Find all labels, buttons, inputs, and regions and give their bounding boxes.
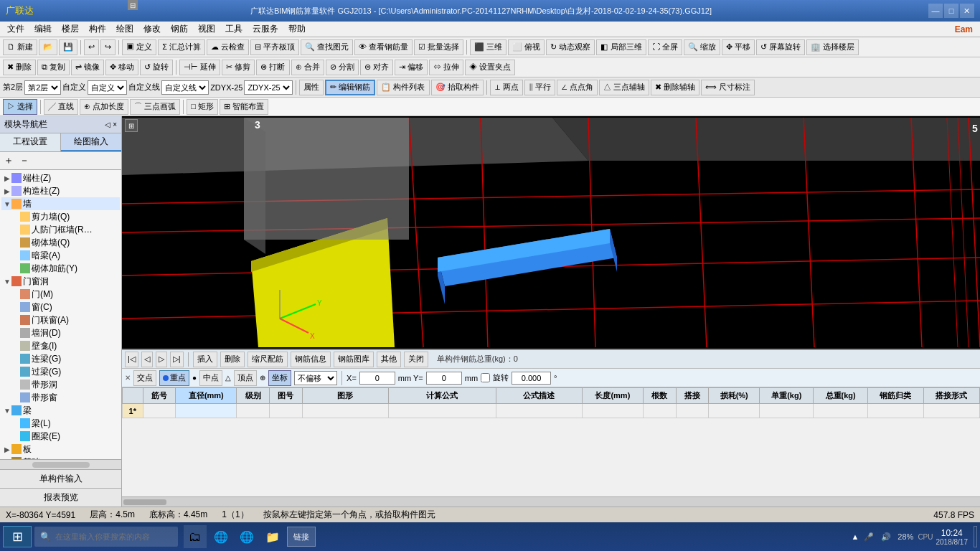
- x-input[interactable]: [359, 372, 395, 385]
- rotate-checkbox[interactable]: [481, 373, 490, 382]
- cell-shape[interactable]: [302, 404, 388, 418]
- btn-copy[interactable]: ⧉ 复制: [37, 60, 70, 75]
- btn-pan[interactable]: ✥ 平移: [722, 39, 755, 55]
- show-desktop-btn[interactable]: [974, 526, 977, 547]
- cell-count[interactable]: [644, 404, 677, 418]
- tree-item-structcol[interactable]: ▶ 构造柱(Z): [1, 184, 120, 197]
- btn-sum[interactable]: Σ 汇总计算: [158, 39, 205, 55]
- btn-point-length[interactable]: ⊕ 点加长度: [80, 99, 128, 115]
- tree-item-lintel[interactable]: 过梁(G): [1, 365, 120, 378]
- floor-select[interactable]: 第2层: [24, 80, 61, 95]
- menu-modify[interactable]: 修改: [139, 22, 165, 37]
- tree-item-doorwindow[interactable]: ▼ 门窗洞: [1, 275, 120, 288]
- btn-save[interactable]: 💾: [59, 39, 77, 55]
- btn-screen-rotate[interactable]: ↺ 屏幕旋转: [756, 39, 805, 55]
- tree-item-doorwindow2[interactable]: 门联窗(A): [1, 314, 120, 326]
- menu-draw[interactable]: 绘图: [112, 22, 138, 37]
- btn-local-3d[interactable]: ◧ 局部三维: [596, 39, 646, 55]
- rotate-input[interactable]: [512, 372, 551, 385]
- nav-toggle[interactable]: ◁ ×: [105, 121, 117, 128]
- tree-item-wall[interactable]: ▼ 墙: [1, 197, 120, 210]
- btn-level-top[interactable]: ⊟ 平齐板顶: [250, 39, 299, 55]
- cell-figno[interactable]: [270, 404, 303, 418]
- btn-nav-first[interactable]: |◁: [125, 352, 138, 367]
- btn-align[interactable]: ⊜ 对齐: [360, 60, 393, 75]
- minimize-button[interactable]: —: [928, 4, 943, 18]
- snap-coord[interactable]: 坐标: [268, 370, 291, 386]
- taskbar-item-lianjie[interactable]: 链接: [287, 527, 316, 547]
- btn-stretch[interactable]: ⇔ 拉伸: [429, 60, 463, 75]
- btn-del-aux[interactable]: ✖ 删除辅轴: [651, 80, 699, 95]
- btn-nav-last[interactable]: ▷|: [170, 352, 184, 367]
- tree-item-wallhole[interactable]: 墙洞(D): [1, 326, 120, 339]
- code-select[interactable]: ZDYX-25: [244, 80, 293, 95]
- menu-floor[interactable]: 楼层: [57, 22, 83, 37]
- taskbar-search[interactable]: 🔍: [34, 527, 178, 547]
- btn-view-rebar[interactable]: 👁 查看钢筋量: [354, 39, 413, 55]
- btn-two-point[interactable]: ⊥ 两点: [490, 80, 523, 95]
- tree-item-beaml[interactable]: 梁(L): [1, 417, 120, 430]
- line-type-select[interactable]: 自定义线: [161, 80, 209, 95]
- tree-item-masonrywall[interactable]: 砌体墙(Q): [1, 236, 120, 249]
- cell-lap[interactable]: [676, 404, 709, 418]
- panel-collapse-icon[interactable]: ⊟: [128, 0, 138, 10]
- nav-add-icon[interactable]: ＋: [1, 154, 16, 168]
- btn-select-floor[interactable]: 🏢 选择楼层: [806, 39, 859, 55]
- btn-point-angle[interactable]: ∠ 点点角: [557, 80, 598, 95]
- btn-pick-comp[interactable]: 🎯 抬取构件: [431, 80, 484, 95]
- cell-desc[interactable]: [496, 404, 582, 418]
- menu-eam[interactable]: Eam: [951, 23, 977, 36]
- btn-nav-prev[interactable]: ◁: [141, 352, 153, 367]
- cell-barno[interactable]: [143, 404, 176, 418]
- tree-item-ringbeam[interactable]: 圈梁(E): [1, 430, 120, 443]
- tree-item-striphole[interactable]: 带形洞: [1, 378, 120, 391]
- y-input[interactable]: [426, 372, 462, 385]
- btn-dynamic[interactable]: ↻ 动态观察: [546, 39, 595, 55]
- menu-cloud[interactable]: 云服务: [248, 22, 283, 37]
- cell-length[interactable]: [582, 404, 643, 418]
- btn-move[interactable]: ✥ 移动: [105, 60, 138, 75]
- cell-type[interactable]: [867, 404, 923, 418]
- cell-lap-type[interactable]: [923, 404, 979, 418]
- menu-rebar[interactable]: 钢筋: [166, 22, 192, 37]
- taskbar-icon-app1[interactable]: 📁: [261, 525, 284, 548]
- btn-select[interactable]: ▷ 选择: [3, 99, 37, 115]
- taskbar-keyboard-icon[interactable]: 🎤: [862, 532, 876, 542]
- btn-undo[interactable]: ↩: [84, 39, 99, 55]
- comp-type-select[interactable]: 自定义: [88, 80, 127, 95]
- btn-define[interactable]: ▣ 定义: [122, 39, 156, 55]
- btn-delete[interactable]: ✖ 删除: [3, 60, 36, 75]
- tree-item-darkbeam[interactable]: 暗梁(A): [1, 249, 120, 262]
- btn-rotate[interactable]: ↺ 旋转: [140, 60, 173, 75]
- btn-fullscreen[interactable]: ⛶ 全屏: [648, 39, 682, 55]
- tree-item-beam[interactable]: ▼ 梁: [1, 404, 120, 417]
- btn-split[interactable]: ⊘ 分割: [326, 60, 359, 75]
- tree-item-slab[interactable]: ▶ 板: [1, 443, 120, 456]
- btn-other[interactable]: 其他: [377, 352, 401, 367]
- canvas-expand-icon[interactable]: ⊞: [125, 119, 138, 132]
- cell-unit-w[interactable]: [760, 404, 814, 418]
- start-button[interactable]: ⊞: [3, 526, 32, 547]
- tree-item-endcol[interactable]: ▶ 端柱(Z): [1, 171, 120, 184]
- taskbar-hide-icons[interactable]: ▲: [851, 532, 859, 541]
- close-button[interactable]: ✕: [960, 4, 974, 18]
- taskbar-search-input[interactable]: [55, 532, 163, 541]
- btn-smart-place[interactable]: ⊞ 智能布置: [220, 99, 268, 115]
- btn-set-grip[interactable]: ◈ 设置夹点: [465, 60, 515, 75]
- taskbar-icon-edge[interactable]: 🌐: [235, 525, 258, 548]
- btn-cloud-check[interactable]: ☁ 云检查: [207, 39, 249, 55]
- menu-file[interactable]: 文件: [3, 22, 29, 37]
- btn-find-elem[interactable]: 🔍 查找图元: [301, 39, 353, 55]
- btn-offset[interactable]: ⇥ 偏移: [395, 60, 428, 75]
- snap-midpoint[interactable]: 中点: [199, 370, 222, 386]
- btn-batch-select[interactable]: ☑ 批量选择: [414, 39, 463, 55]
- btn-merge[interactable]: ⊕ 合并: [291, 60, 324, 75]
- btn-extend[interactable]: ⊣⊢ 延伸: [179, 60, 220, 75]
- menu-tools[interactable]: 工具: [221, 22, 247, 37]
- tree-item-conbeam[interactable]: 连梁(G): [1, 352, 120, 365]
- tree-item-stripwindow[interactable]: 带形窗: [1, 391, 120, 404]
- btn-break[interactable]: ⊗ 打断: [256, 60, 289, 75]
- snap-vertex[interactable]: 顶点: [234, 370, 257, 386]
- btn-parallel[interactable]: ∥ 平行: [524, 80, 555, 95]
- btn-single-comp[interactable]: 单构件输入: [0, 469, 121, 488]
